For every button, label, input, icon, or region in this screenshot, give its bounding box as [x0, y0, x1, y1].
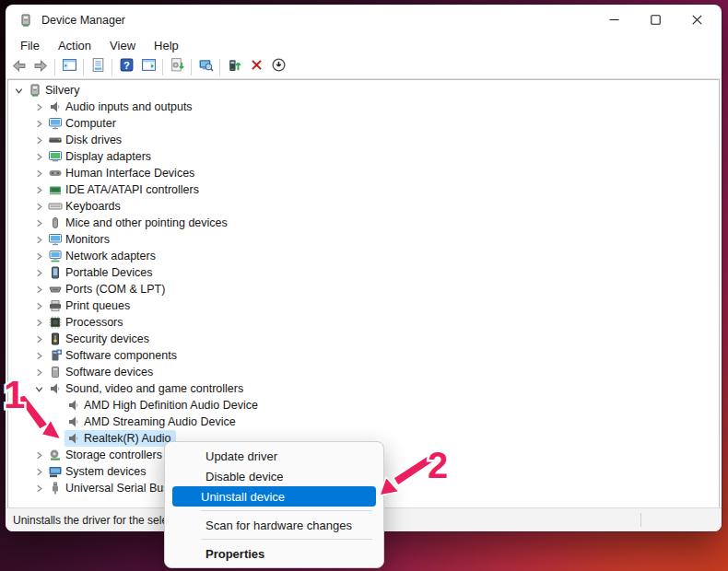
context-menu-item-disable-device[interactable]: Disable device	[170, 466, 379, 486]
help-button[interactable]: ?	[115, 57, 137, 77]
tree-item-print-queues[interactable]: Print queues	[8, 297, 719, 314]
chevron-right-icon[interactable]	[32, 332, 46, 346]
monitor-icon	[48, 116, 63, 131]
show-console-tree-button[interactable]	[58, 57, 80, 77]
forward-button[interactable]	[29, 57, 52, 77]
tree-item-processors[interactable]: Processors	[8, 314, 719, 331]
menu-file[interactable]: File	[11, 37, 49, 54]
tree-item-ide-ata-atapi-controllers[interactable]: IDE ATA/ATAPI controllers	[8, 181, 719, 198]
tree-item-content[interactable]: Silvery	[26, 82, 85, 99]
context-menu-item-uninstall-device[interactable]: Uninstall device	[172, 486, 376, 507]
context-menu-item-update-driver[interactable]: Update driver	[170, 446, 379, 466]
chevron-down-icon[interactable]	[32, 382, 46, 396]
chevron-right-icon[interactable]	[32, 250, 46, 263]
tree-item-portable-devices[interactable]: Portable Devices	[8, 264, 719, 281]
toolbar-separator	[112, 59, 112, 76]
context-menu: Update driverDisable deviceUninstall dev…	[164, 441, 384, 568]
tree-item-content[interactable]: Mice and other pointing devices	[46, 215, 232, 231]
context-menu-separator	[201, 510, 372, 511]
chevron-right-icon[interactable]	[32, 266, 46, 280]
tree-item-content[interactable]: Disk drives	[46, 132, 126, 148]
minimize-button[interactable]	[593, 5, 635, 35]
properties-button[interactable]	[87, 57, 109, 77]
context-menu-item-scan-for-hardware-changes[interactable]: Scan for hardware changes	[170, 515, 379, 535]
close-button[interactable]	[676, 5, 718, 35]
tree-item-content[interactable]: Computer	[46, 115, 121, 132]
context-menu-item-properties[interactable]: Properties	[170, 543, 379, 564]
tree-item-content[interactable]: Software components	[46, 347, 182, 364]
properties-icon	[90, 57, 106, 76]
tree-item-network-adapters[interactable]: Network adapters	[8, 248, 719, 264]
chevron-right-icon[interactable]	[32, 449, 46, 462]
chevron-right-icon[interactable]	[32, 134, 46, 147]
chevron-right-icon[interactable]	[32, 299, 46, 313]
tree-item-disk-drives[interactable]: Disk drives	[8, 132, 719, 148]
tree-item-ports-com-lpt[interactable]: Ports (COM & LPT)	[8, 281, 719, 297]
tree-item-amd-streaming-audio-device[interactable]: AMD Streaming Audio Device	[8, 414, 719, 430]
tree-item-audio-inputs-and-outputs[interactable]: Audio inputs and outputs	[8, 99, 719, 115]
chevron-right-icon[interactable]	[32, 349, 46, 363]
tree-item-mice-and-other-pointing-devices[interactable]: Mice and other pointing devices	[8, 215, 719, 231]
chevron-right-icon[interactable]	[32, 150, 46, 164]
tree-item-content[interactable]: Display adapters	[46, 148, 156, 165]
tree-item-content[interactable]: Audio inputs and outputs	[46, 99, 197, 115]
tree-item-content[interactable]: Processors	[46, 314, 128, 331]
tree-item-content[interactable]: Sound, video and game controllers	[46, 380, 248, 397]
tree-item-content[interactable]: Portable Devices	[46, 264, 158, 281]
tree-item-keyboards[interactable]: Keyboards	[8, 198, 719, 215]
hid-icon	[48, 166, 63, 181]
chevron-down-icon[interactable]	[12, 84, 26, 98]
tree-item-display-adapters[interactable]: Display adapters	[8, 148, 719, 165]
tree-item-sound-video-and-game-controllers[interactable]: Sound, video and game controllers	[8, 380, 719, 397]
tree-item-content[interactable]: AMD Streaming Audio Device	[65, 414, 241, 430]
menu-action[interactable]: Action	[49, 37, 100, 54]
tree-item-content[interactable]: Monitors	[46, 231, 114, 248]
tree-item-monitors[interactable]: Monitors	[8, 231, 719, 248]
tree-item-content[interactable]: Universal Serial Bus c	[46, 480, 182, 496]
tree-item-content[interactable]: Software devices	[46, 364, 158, 380]
scan-hardware-button[interactable]	[194, 57, 217, 77]
update-driver-wizard-button[interactable]	[166, 57, 188, 77]
tree-item-content[interactable]: Keyboards	[46, 198, 125, 215]
update-driver-button[interactable]	[223, 57, 245, 77]
menu-help[interactable]: Help	[145, 37, 188, 54]
back-button[interactable]	[7, 57, 29, 77]
chevron-right-icon[interactable]	[32, 316, 46, 330]
chevron-right-icon[interactable]	[32, 200, 46, 214]
selected-tree-item-content[interactable]: Realtek(R) Audio	[65, 430, 176, 447]
toolbar-separator	[219, 59, 220, 76]
disable-device-button[interactable]	[267, 57, 289, 77]
tree-item-silvery[interactable]: Silvery	[8, 82, 719, 99]
tree-item-content[interactable]: Network adapters	[46, 248, 160, 264]
chevron-right-icon[interactable]	[32, 283, 46, 297]
chevron-right-icon[interactable]	[32, 216, 46, 230]
show-console-tree-icon	[62, 57, 77, 76]
tree-item-content[interactable]: Human Interface Devices	[46, 165, 199, 181]
tree-item-security-devices[interactable]: Security devices	[8, 331, 719, 347]
maximize-button[interactable]	[635, 5, 676, 35]
tree-item-amd-high-definition-audio-device[interactable]: AMD High Definition Audio Device	[8, 397, 719, 414]
tree-item-content[interactable]: System devices	[46, 463, 151, 480]
chevron-right-icon[interactable]	[32, 366, 46, 379]
action-pane-button[interactable]	[137, 57, 159, 77]
mouse-icon	[48, 216, 63, 230]
chevron-right-icon[interactable]	[32, 482, 46, 495]
tree-item-content[interactable]: AMD High Definition Audio Device	[65, 397, 263, 414]
chevron-right-icon[interactable]	[32, 117, 46, 131]
chevron-right-icon[interactable]	[32, 167, 46, 181]
tree-item-human-interface-devices[interactable]: Human Interface Devices	[8, 165, 719, 181]
chevron-right-icon[interactable]	[32, 465, 46, 479]
chevron-right-icon[interactable]	[32, 233, 46, 247]
tree-item-content[interactable]: Print queues	[46, 297, 135, 314]
tree-item-content[interactable]: Storage controllers	[46, 447, 167, 463]
tree-item-content[interactable]: IDE ATA/ATAPI controllers	[46, 181, 204, 198]
chevron-right-icon[interactable]	[32, 183, 46, 197]
tree-item-software-components[interactable]: Software components	[8, 347, 719, 364]
menu-view[interactable]: View	[100, 37, 145, 54]
uninstall-device-button[interactable]	[245, 57, 267, 77]
tree-item-computer[interactable]: Computer	[8, 115, 719, 132]
tree-item-content[interactable]: Ports (COM & LPT)	[46, 281, 170, 297]
tree-item-content[interactable]: Security devices	[46, 331, 154, 347]
tree-item-software-devices[interactable]: Software devices	[8, 364, 719, 380]
chevron-right-icon[interactable]	[32, 100, 46, 114]
